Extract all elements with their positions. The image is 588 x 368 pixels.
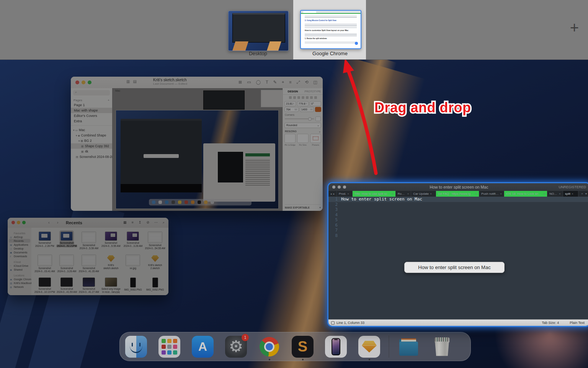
file-item[interactable]: Screenshot 2024-0...2.28 PM xyxy=(34,232,56,255)
file-item[interactable]: Kriti's sketch 2.sketch xyxy=(144,255,166,278)
sketch-toolbar-icon[interactable]: ⤢ xyxy=(297,80,300,85)
tab-close-icon[interactable]: × xyxy=(392,192,394,196)
sidebar-item[interactable]: ▣Documents xyxy=(8,250,31,254)
new-tab-icon[interactable]: + xyxy=(581,192,583,196)
pin-to-edge-tile[interactable] xyxy=(284,134,296,143)
space-thumbnail-google-chrome[interactable]: 3. Using Mission Control for Split View … xyxy=(300,10,361,49)
dock-icon-app-store[interactable]: A xyxy=(192,336,214,358)
tab-close-icon[interactable]: × xyxy=(407,192,409,196)
search-input[interactable]: ⌕ xyxy=(73,90,110,95)
width-field[interactable]: 764W xyxy=(284,107,299,112)
y-position-field[interactable]: 779.65Y xyxy=(297,101,309,106)
file-item[interactable]: Screenshot 2024-0...41.35 AM xyxy=(78,255,100,278)
sublime-text-window[interactable]: How to enter split screen on Mac UNREGIS… xyxy=(328,183,588,326)
editor-tab[interactable]: 1st FAQ : https://www.igeeksblog.com/how… xyxy=(436,191,479,197)
tab-close-icon[interactable]: × xyxy=(475,192,477,196)
tab-close-icon[interactable]: × xyxy=(347,192,349,196)
close-button[interactable] xyxy=(75,80,79,84)
dock-icon-system-settings[interactable]: ⚙ 1 xyxy=(225,336,247,358)
file-item[interactable]: IMG_0052.PNG xyxy=(144,278,166,295)
dock-icon-sublime-text[interactable]: S xyxy=(292,336,314,358)
dock-icon-finder[interactable] xyxy=(125,336,147,358)
sketch-toolbar-icon[interactable]: ◫ xyxy=(314,80,317,85)
tab-overflow-icon[interactable]: ▾ xyxy=(585,192,587,196)
sidebar-item[interactable]: Favourites xyxy=(8,231,31,235)
sidebar-item[interactable]: ▢Desktop xyxy=(8,246,31,250)
add-page-icon[interactable]: + xyxy=(108,99,109,102)
dock-icon-trash[interactable] xyxy=(431,336,453,358)
page-item[interactable]: Page 1 xyxy=(71,102,112,108)
file-item[interactable]: Screenshot 2024-0...5.55 AM xyxy=(100,232,122,255)
finder-toolbar-icon[interactable]: ⊘ xyxy=(146,220,149,225)
syntax-indicator[interactable]: Plain Text xyxy=(570,321,585,325)
tab-nav-forward-icon[interactable]: ▸ xyxy=(333,192,335,196)
sidebar-item[interactable]: ▤Applications xyxy=(8,243,31,246)
editor-tab[interactable]: split× xyxy=(563,191,578,197)
back-forward-buttons[interactable]: ‹ › xyxy=(48,220,61,225)
artboard-title[interactable]: Mac xyxy=(115,89,120,92)
dock-icon-launchpad[interactable] xyxy=(158,336,180,358)
sketch-toolbar-icon[interactable]: ✎ xyxy=(273,80,277,85)
sketch-toolbar-icon[interactable]: ⊞ xyxy=(238,80,242,85)
sketch-toolbar-icon[interactable]: ◯ xyxy=(256,80,261,85)
sketch-toolbar-icon[interactable]: ⟲ xyxy=(305,80,308,85)
drag-proxy-chip[interactable]: How to enter split screen on Mac xyxy=(404,262,505,273)
tab-close-icon[interactable]: × xyxy=(430,192,432,196)
finder-toolbar-icon[interactable]: ▦ xyxy=(123,220,127,225)
sidebar-item[interactable]: ◎AirDrop xyxy=(8,235,31,239)
file-item[interactable]: Screenshot 2024-0...41.59 AM xyxy=(56,278,78,295)
layer-item[interactable]: ▾ ▭Mac xyxy=(71,127,112,133)
file-item[interactable]: Kriti's sketch.sketch xyxy=(100,255,122,278)
close-button[interactable] xyxy=(11,221,15,224)
file-item[interactable]: Screenshot 2024-0...5.59 AM xyxy=(78,232,100,255)
sidebar-item[interactable]: ▥Kriti's MacBook xyxy=(8,281,31,285)
editor-tab[interactable]: Car Update× xyxy=(411,191,436,197)
file-item[interactable]: Select any image in rece...tary.jpg xyxy=(100,278,122,295)
zoom-button[interactable] xyxy=(88,80,91,84)
tab-nav-back-icon[interactable]: ◂ xyxy=(330,192,332,196)
page-item[interactable]: Extra xyxy=(71,118,112,124)
file-item[interactable]: Screenshot 2024-0...41.27 AM xyxy=(78,278,100,295)
sketch-toolbar-icon[interactable]: ▭ xyxy=(247,80,251,85)
finder-toolbar-icon[interactable]: ≡ xyxy=(132,220,134,225)
file-item[interactable]: Screenshot 2024-0...52.21PM xyxy=(56,232,78,255)
resizing-preview-tile[interactable] xyxy=(310,134,321,143)
finder-toolbar-icon[interactable]: ⋯ xyxy=(154,220,158,225)
space-thumbnail-desktop[interactable] xyxy=(228,11,289,51)
dock-icon-google-chrome[interactable] xyxy=(258,336,280,358)
layer-item[interactable]: ▾ ▦BG 2 xyxy=(71,138,112,143)
sketch-view-toggles[interactable]: ▥▤ xyxy=(126,79,137,84)
sidebar-item[interactable]: ◍Network xyxy=(8,285,31,289)
rotation-field[interactable]: 0° xyxy=(310,101,321,106)
corner-radius-slider[interactable] xyxy=(285,118,314,119)
sketch-toolbar-icon[interactable]: ⌖ xyxy=(282,80,284,85)
minimize-button[interactable] xyxy=(17,221,20,224)
corner-radius-value[interactable] xyxy=(315,117,321,121)
layer-item[interactable]: ▾ ◆Combined Shape xyxy=(71,133,112,138)
zoom-button[interactable] xyxy=(22,221,26,224)
editor-tab[interactable]: Title: How to use split screen on Mac× xyxy=(352,191,395,197)
tab-design[interactable]: DESIGN xyxy=(283,90,303,93)
file-item[interactable]: Screenshot 2024-0...3.26 AM xyxy=(56,255,78,278)
x-position-field[interactable]: 23.81X xyxy=(284,101,296,106)
add-space-button[interactable]: + xyxy=(570,20,579,35)
tab-size-indicator[interactable]: Tab Size: 4 xyxy=(542,321,559,325)
sidebar-item[interactable]: iCloud xyxy=(8,260,31,264)
page-item[interactable]: Editor's Covers xyxy=(71,113,112,118)
file-item[interactable]: xx.jpg xyxy=(122,255,144,278)
file-item[interactable]: IMG_0063.PNG xyxy=(122,278,144,295)
page-item[interactable]: Mac with shape xyxy=(71,108,112,113)
layer-item[interactable]: ▦4k xyxy=(71,149,112,154)
dock-icon-iphone-mirroring[interactable] xyxy=(325,336,347,358)
sidebar-item[interactable]: ⏏Google Chrome xyxy=(8,277,31,281)
sidebar-item[interactable]: ⤓Downloads xyxy=(8,254,31,258)
height-field[interactable]: 1400H xyxy=(300,107,314,112)
sidebar-item[interactable]: ◌iCloud Drive xyxy=(8,264,31,268)
sketch-window[interactable]: ▥▤ Kriti's sketch.sketch Last Document —… xyxy=(71,77,323,211)
sketch-toolbar-icon[interactable]: ≡ xyxy=(289,80,291,85)
tab-close-icon[interactable]: × xyxy=(572,192,573,196)
tab-prototype[interactable]: PROTOTYPE xyxy=(303,90,323,93)
sketch-toolbar-icon[interactable]: T xyxy=(266,80,268,85)
sidebar-item[interactable]: ◔Recents xyxy=(9,239,30,243)
tab-close-icon[interactable]: × xyxy=(559,192,561,196)
